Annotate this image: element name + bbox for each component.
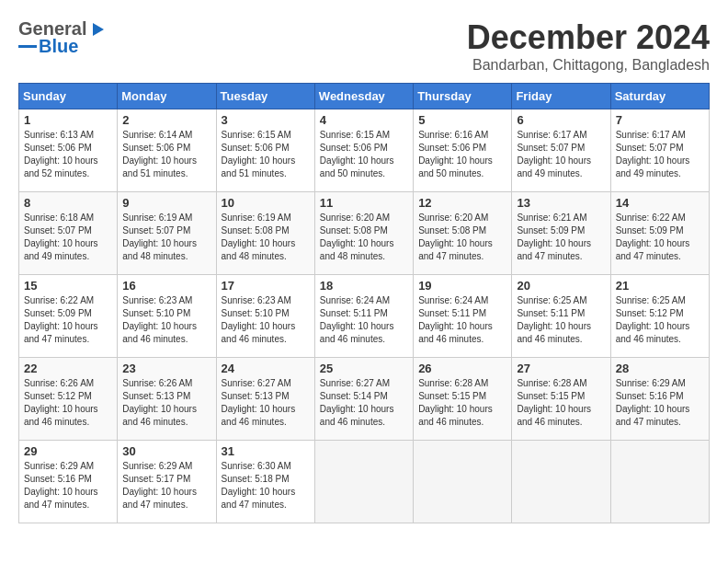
sunrise: Sunrise: 6:17 AM [517,129,605,142]
month-title: December 2024 [467,18,710,57]
sunset: Sunset: 5:11 PM [517,307,605,320]
daylight: Daylight: 10 hours and 47 minutes. [222,486,310,511]
calendar-day-cell: 2 Sunrise: 6:14 AM Sunset: 5:06 PM Dayli… [118,109,216,192]
day-number: 30 [122,444,210,458]
day-number: 12 [418,196,506,210]
day-info: Sunrise: 6:24 AM Sunset: 5:11 PM Dayligh… [418,294,506,346]
day-of-week-header: Thursday [414,84,512,109]
sunset: Sunset: 5:11 PM [418,307,506,320]
sunset: Sunset: 5:08 PM [418,224,506,237]
day-of-week-header: Monday [118,84,216,109]
day-info: Sunrise: 6:22 AM Sunset: 5:09 PM Dayligh… [24,294,112,346]
daylight: Daylight: 10 hours and 47 minutes. [517,237,605,263]
daylight: Daylight: 10 hours and 49 minutes. [616,155,704,180]
day-of-week-header: Sunday [19,84,118,109]
calendar-day-cell: 26 Sunrise: 6:28 AM Sunset: 5:15 PM Dayl… [414,358,512,441]
day-number: 6 [517,113,605,127]
day-number: 31 [222,444,310,458]
sunrise: Sunrise: 6:29 AM [616,377,704,390]
daylight: Daylight: 10 hours and 46 minutes. [517,403,605,429]
calendar-day-cell: 6 Sunrise: 6:17 AM Sunset: 5:07 PM Dayli… [512,109,610,192]
daylight: Daylight: 10 hours and 47 minutes. [616,237,704,263]
day-of-week-header: Wednesday [314,84,413,109]
calendar-day-cell: 5 Sunrise: 6:16 AM Sunset: 5:06 PM Dayli… [414,109,512,192]
day-info: Sunrise: 6:24 AM Sunset: 5:11 PM Dayligh… [320,294,408,346]
day-info: Sunrise: 6:28 AM Sunset: 5:15 PM Dayligh… [517,377,605,429]
day-number: 15 [24,279,112,293]
day-info: Sunrise: 6:20 AM Sunset: 5:08 PM Dayligh… [418,212,506,263]
day-info: Sunrise: 6:26 AM Sunset: 5:12 PM Dayligh… [24,377,112,429]
day-info: Sunrise: 6:19 AM Sunset: 5:07 PM Dayligh… [122,212,210,263]
daylight: Daylight: 10 hours and 46 minutes. [517,320,605,346]
daylight: Daylight: 10 hours and 46 minutes. [418,320,506,346]
calendar-week-row: 15 Sunrise: 6:22 AM Sunset: 5:09 PM Dayl… [19,275,710,358]
calendar-day-cell: 13 Sunrise: 6:21 AM Sunset: 5:09 PM Dayl… [512,192,610,275]
day-info: Sunrise: 6:25 AM Sunset: 5:11 PM Dayligh… [517,294,605,346]
day-number: 25 [320,362,408,375]
sunrise: Sunrise: 6:29 AM [24,460,112,473]
sunset: Sunset: 5:14 PM [320,390,408,403]
sunset: Sunset: 5:07 PM [517,142,605,155]
sunset: Sunset: 5:13 PM [122,390,210,403]
day-info: Sunrise: 6:18 AM Sunset: 5:07 PM Dayligh… [24,212,112,263]
day-info: Sunrise: 6:27 AM Sunset: 5:14 PM Dayligh… [320,377,408,429]
day-number: 21 [616,279,704,293]
sunrise: Sunrise: 6:17 AM [616,129,704,142]
sunrise: Sunrise: 6:24 AM [418,294,506,307]
calendar-day-cell [610,441,709,523]
calendar-day-cell: 22 Sunrise: 6:26 AM Sunset: 5:12 PM Dayl… [19,358,118,441]
calendar-day-cell: 29 Sunrise: 6:29 AM Sunset: 5:16 PM Dayl… [19,441,118,523]
sunrise: Sunrise: 6:26 AM [122,377,210,390]
day-number: 29 [24,444,112,458]
day-number: 4 [320,113,408,127]
sunset: Sunset: 5:07 PM [122,224,210,237]
sunrise: Sunrise: 6:25 AM [616,294,704,307]
daylight: Daylight: 10 hours and 46 minutes. [122,320,210,346]
sunset: Sunset: 5:18 PM [222,473,310,486]
day-number: 23 [122,362,210,375]
sunrise: Sunrise: 6:27 AM [222,377,310,390]
calendar-day-cell: 8 Sunrise: 6:18 AM Sunset: 5:07 PM Dayli… [19,192,118,275]
day-info: Sunrise: 6:13 AM Sunset: 5:06 PM Dayligh… [24,129,112,180]
day-number: 26 [418,362,506,375]
calendar-day-cell: 1 Sunrise: 6:13 AM Sunset: 5:06 PM Dayli… [19,109,118,192]
day-number: 9 [122,196,210,210]
sunrise: Sunrise: 6:22 AM [616,212,704,224]
day-info: Sunrise: 6:20 AM Sunset: 5:08 PM Dayligh… [320,212,408,263]
day-info: Sunrise: 6:28 AM Sunset: 5:15 PM Dayligh… [418,377,506,429]
daylight: Daylight: 10 hours and 47 minutes. [24,320,112,346]
sunrise: Sunrise: 6:14 AM [122,129,210,142]
daylight: Daylight: 10 hours and 48 minutes. [222,237,310,263]
day-of-week-header: Saturday [610,84,709,109]
day-info: Sunrise: 6:30 AM Sunset: 5:18 PM Dayligh… [222,460,310,511]
sunset: Sunset: 5:17 PM [122,473,210,486]
sunrise: Sunrise: 6:20 AM [418,212,506,224]
sunset: Sunset: 5:06 PM [24,142,112,155]
sunrise: Sunrise: 6:16 AM [418,129,506,142]
calendar-day-cell: 16 Sunrise: 6:23 AM Sunset: 5:10 PM Dayl… [118,275,216,358]
day-number: 22 [24,362,112,375]
calendar-day-cell: 7 Sunrise: 6:17 AM Sunset: 5:07 PM Dayli… [610,109,709,192]
day-info: Sunrise: 6:29 AM Sunset: 5:17 PM Dayligh… [122,460,210,511]
calendar-day-cell: 31 Sunrise: 6:30 AM Sunset: 5:18 PM Dayl… [216,441,314,523]
sunset: Sunset: 5:15 PM [418,390,506,403]
day-number: 19 [418,279,506,293]
day-info: Sunrise: 6:29 AM Sunset: 5:16 PM Dayligh… [24,460,112,511]
calendar-header-row: SundayMondayTuesdayWednesdayThursdayFrid… [19,84,710,109]
sunrise: Sunrise: 6:30 AM [222,460,310,473]
calendar-week-row: 29 Sunrise: 6:29 AM Sunset: 5:16 PM Dayl… [19,441,710,523]
day-info: Sunrise: 6:14 AM Sunset: 5:06 PM Dayligh… [122,129,210,180]
sunrise: Sunrise: 6:18 AM [24,212,112,224]
day-info: Sunrise: 6:21 AM Sunset: 5:09 PM Dayligh… [517,212,605,263]
day-of-week-header: Tuesday [216,84,314,109]
day-info: Sunrise: 6:17 AM Sunset: 5:07 PM Dayligh… [616,129,704,180]
logo-blue: Blue [39,36,78,57]
day-number: 1 [24,113,112,127]
day-info: Sunrise: 6:17 AM Sunset: 5:07 PM Dayligh… [517,129,605,180]
calendar-table: SundayMondayTuesdayWednesdayThursdayFrid… [18,83,710,523]
sunrise: Sunrise: 6:23 AM [122,294,210,307]
sunset: Sunset: 5:10 PM [122,307,210,320]
day-info: Sunrise: 6:16 AM Sunset: 5:06 PM Dayligh… [418,129,506,180]
day-info: Sunrise: 6:15 AM Sunset: 5:06 PM Dayligh… [320,129,408,180]
calendar-day-cell: 25 Sunrise: 6:27 AM Sunset: 5:14 PM Dayl… [314,358,413,441]
